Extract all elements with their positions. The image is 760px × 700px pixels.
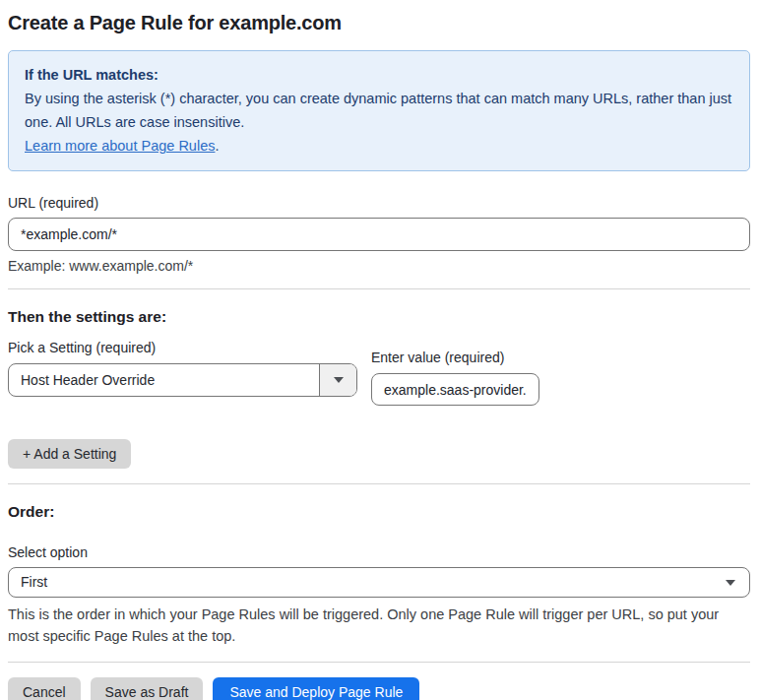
- settings-row: Pick a Setting (required) Host Header Ov…: [8, 340, 750, 406]
- settings-section-heading: Then the settings are:: [8, 308, 750, 326]
- url-input[interactable]: [8, 218, 750, 251]
- order-select-value: First: [9, 568, 749, 597]
- setting-select-dropdown-button[interactable]: [319, 364, 356, 396]
- link-suffix: .: [215, 138, 219, 154]
- learn-more-link[interactable]: Learn more about Page Rules: [25, 138, 215, 154]
- order-select[interactable]: First: [8, 567, 750, 598]
- setting-value-column: Enter value (required): [371, 350, 539, 406]
- order-help-text: This is the order in which your Page Rul…: [8, 604, 750, 647]
- chevron-down-icon: [334, 377, 344, 383]
- footer-actions: Cancel Save as Draft Save and Deploy Pag…: [8, 677, 750, 700]
- setting-select-column: Pick a Setting (required) Host Header Ov…: [8, 340, 357, 406]
- url-matches-info-box: If the URL matches: By using the asteris…: [8, 50, 750, 171]
- value-input-label: Enter value (required): [371, 350, 539, 365]
- divider: [8, 483, 750, 484]
- url-field-label: URL (required): [8, 195, 750, 211]
- setting-select-value: Host Header Override: [9, 364, 319, 396]
- order-section-heading: Order:: [8, 503, 750, 521]
- order-select-label: Select option: [8, 544, 750, 560]
- save-as-draft-button[interactable]: Save as Draft: [91, 677, 204, 700]
- add-setting-button[interactable]: + Add a Setting: [8, 439, 131, 469]
- divider: [8, 288, 750, 289]
- info-box-link-line: Learn more about Page Rules.: [25, 134, 733, 158]
- url-example-text: Example: www.example.com/*: [8, 258, 750, 274]
- setting-select[interactable]: Host Header Override: [8, 363, 357, 397]
- info-box-body: By using the asterisk (*) character, you…: [25, 87, 733, 134]
- setting-select-label: Pick a Setting (required): [8, 340, 357, 355]
- setting-value-input[interactable]: [371, 373, 539, 406]
- save-and-deploy-button[interactable]: Save and Deploy Page Rule: [213, 677, 419, 700]
- cancel-button[interactable]: Cancel: [8, 677, 81, 700]
- chevron-down-icon: [726, 580, 735, 586]
- page-title: Create a Page Rule for example.com: [8, 12, 750, 34]
- info-box-heading: If the URL matches:: [25, 63, 733, 87]
- create-page-rule-panel: Create a Page Rule for example.com If th…: [0, 0, 760, 700]
- divider: [8, 662, 750, 663]
